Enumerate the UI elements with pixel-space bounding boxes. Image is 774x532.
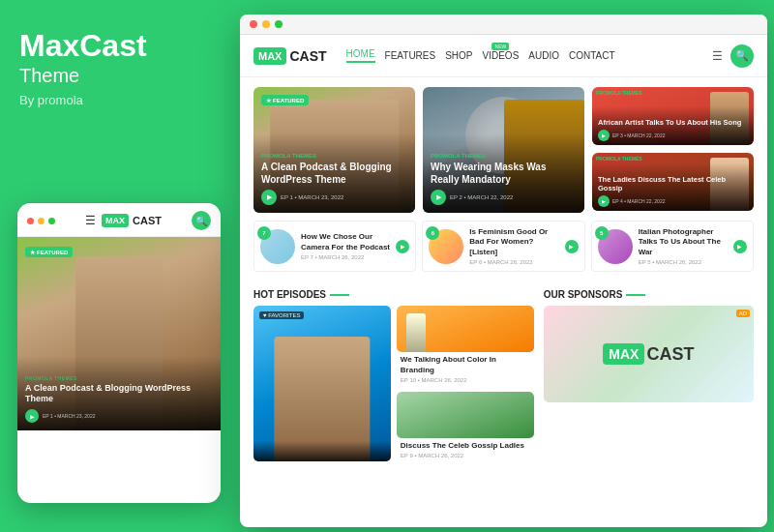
play-button-3[interactable]: ▶ xyxy=(598,130,610,141)
nav-right: ☰ 🔍 xyxy=(712,44,754,68)
sponsors-section: OUR SPONSORS MAX CAST AD xyxy=(544,289,754,461)
right-promola-badge-2: PROMOLA THEMES xyxy=(596,156,642,162)
nav-home[interactable]: HOME xyxy=(346,48,375,63)
hero-card-2: PROMOLA THEMES Why Wearing Masks Was Rea… xyxy=(423,87,584,213)
ad-badge: AD xyxy=(736,310,750,317)
brand-subtitle: Theme xyxy=(19,65,208,87)
right-card-1: PROMOLA THEMES African Artist Talks To U… xyxy=(592,87,754,145)
right-column: PROMOLA THEMES African Artist Talks To U… xyxy=(592,87,754,213)
hamburger-icon[interactable]: ☰ xyxy=(85,214,96,227)
episode-item-5: 5 Italian Photographer Talks To Us About… xyxy=(591,221,754,272)
featured-badge-1: ★ FEATURED xyxy=(261,95,309,105)
mobile-play-button[interactable]: ▶ xyxy=(25,409,39,423)
episode-list: 7 How We Chose Our Camera For the Podcas… xyxy=(253,221,754,272)
right-promola-badge-1: PROMOLA THEMES xyxy=(596,90,642,96)
hot-image-2 xyxy=(397,306,534,352)
mobile-play-row: ▶ EP 1 • MARCH 23, 2022 xyxy=(25,409,213,423)
play-button-4[interactable]: ▶ xyxy=(598,195,610,207)
sponsors-card: MAX CAST AD xyxy=(544,306,754,402)
hot-card-3-info: Discuss The Celeb Gossip Ladles EP 9 • M… xyxy=(397,438,534,461)
hot-image-1 xyxy=(253,306,391,461)
hero-meta-2: ▶ EP 2 • MARCH 22, 2022 xyxy=(431,190,577,205)
hero-overlay-1: PROMOLA THEMES A Clean Podcast & Bloggin… xyxy=(253,133,415,213)
right-overlay-1: African Artist Talks To Us About His Son… xyxy=(592,106,754,145)
nav-logo: MAX CAST xyxy=(253,47,327,65)
sponsors-title: OUR SPONSORS xyxy=(544,289,754,300)
mobile-topbar: ☰ MAX CAST 🔍 xyxy=(17,203,221,237)
brand-by: By promola xyxy=(19,93,208,107)
browser-chrome xyxy=(240,15,767,35)
main-site: MAX CAST HOME FEATURES SHOP NEW VIDEOS A… xyxy=(240,15,767,527)
nav-shop[interactable]: SHOP xyxy=(445,50,472,61)
hero-overlay-2: PROMOLA THEMES Why Wearing Masks Was Rea… xyxy=(423,133,584,213)
ep-info-6: Is Feminism Good Or Bad For Women? [List… xyxy=(469,227,558,265)
hot-episodes-title: HOT EPISODES xyxy=(253,289,534,300)
menu-icon[interactable]: ☰ xyxy=(712,49,723,63)
mobile-mockup: ☰ MAX CAST 🔍 ★ FEATURED PROMOLA THEMES A… xyxy=(17,203,221,503)
episode-item-7: 7 How We Chose Our Camera For the Podcas… xyxy=(253,221,416,272)
star-icon: ★ xyxy=(30,249,35,255)
mobile-featured-badge: ★ FEATURED xyxy=(25,247,73,257)
episode-item-6: 6 Is Feminism Good Or Bad For Women? [Li… xyxy=(422,221,584,272)
hot-card-2-info: We Talking About Color In Branding EP 10… xyxy=(397,352,534,386)
browser-dot-green[interactable] xyxy=(275,20,283,28)
left-panel: MaxCast Theme By promola ☰ MAX CAST 🔍 xyxy=(0,0,227,532)
ep-play-7[interactable]: ▶ xyxy=(396,240,409,253)
hot-card-tall: ♥ FAVORITES xyxy=(253,306,391,461)
bottom-area: HOT EPISODES ♥ FAVORITES xyxy=(240,289,767,471)
content-area: ★ FEATURED PROMOLA THEMES A Clean Podcas… xyxy=(240,77,767,289)
search-button[interactable]: 🔍 xyxy=(730,44,754,68)
brand-title: MaxCast xyxy=(19,29,208,63)
sponsors-logo: MAX CAST xyxy=(603,343,694,365)
ep-info-5: Italian Photographer Talks To Us About T… xyxy=(639,227,728,265)
dot-red xyxy=(27,218,34,224)
browser-dot-red[interactable] xyxy=(250,20,257,28)
dot-yellow xyxy=(38,218,45,224)
nav-contact[interactable]: CONTACT xyxy=(569,50,615,61)
hot-overlay-1 xyxy=(253,441,391,461)
mobile-dots xyxy=(27,218,55,224)
hero-card-1: ★ FEATURED PROMOLA THEMES A Clean Podcas… xyxy=(253,87,415,213)
browser-dot-yellow[interactable] xyxy=(262,20,270,28)
ep-thumb-5: 5 xyxy=(598,229,633,264)
favorites-badge: ♥ FAVORITES xyxy=(259,311,304,319)
hot-card-3: Discuss The Celeb Gossip Ladles EP 9 • M… xyxy=(397,392,534,461)
ep-thumb-6: 6 xyxy=(429,229,463,264)
dot-green xyxy=(48,218,55,224)
play-button-1[interactable]: ▶ xyxy=(261,190,277,205)
nav-features[interactable]: FEATURES xyxy=(385,50,436,61)
hot-card-2: We Talking About Color In Branding EP 10… xyxy=(397,306,534,386)
mobile-logo: MAX CAST xyxy=(102,214,162,227)
hot-image-3 xyxy=(397,392,534,438)
right-meta-1: ▶ EP 3 • MARCH 22, 2022 xyxy=(598,130,748,141)
mobile-card-content: PROMOLA THEMES A Clean Podcast & Bloggin… xyxy=(17,356,221,430)
ep-play-5[interactable]: ▶ xyxy=(733,240,747,253)
ep-info-7: How We Chose Our Camera For the Podcast … xyxy=(301,232,390,260)
right-card-2: PROMOLA THEMES The Ladies Discuss The La… xyxy=(592,153,754,211)
play-button-2[interactable]: ▶ xyxy=(431,190,446,205)
star-icon: ★ xyxy=(266,97,271,103)
mobile-hero: ★ FEATURED PROMOLA THEMES A Clean Podcas… xyxy=(17,237,221,430)
site-nav: MAX CAST HOME FEATURES SHOP NEW VIDEOS A… xyxy=(240,35,767,77)
nav-audio[interactable]: AUDIO xyxy=(528,50,559,61)
right-meta-2: ▶ EP 4 • MARCH 22, 2022 xyxy=(598,195,748,207)
nav-videos[interactable]: NEW VIDEOS xyxy=(483,50,520,61)
ep-play-6[interactable]: ▶ xyxy=(565,240,579,253)
hot-episodes-section: HOT EPISODES ♥ FAVORITES xyxy=(253,289,534,461)
mobile-nav: ☰ MAX CAST xyxy=(85,214,162,227)
hot-episodes-grid: ♥ FAVORITES We Talking About Color In Br… xyxy=(253,306,534,461)
mobile-search-button[interactable]: 🔍 xyxy=(192,211,211,230)
right-overlay-2: The Ladies Discuss The Latest Celeb Goss… xyxy=(592,163,754,212)
ep-thumb-7: 7 xyxy=(260,229,295,264)
hero-meta-1: ▶ EP 1 • MARCH 23, 2022 xyxy=(261,190,407,205)
nav-links: HOME FEATURES SHOP NEW VIDEOS AUDIO CONT… xyxy=(346,48,699,63)
